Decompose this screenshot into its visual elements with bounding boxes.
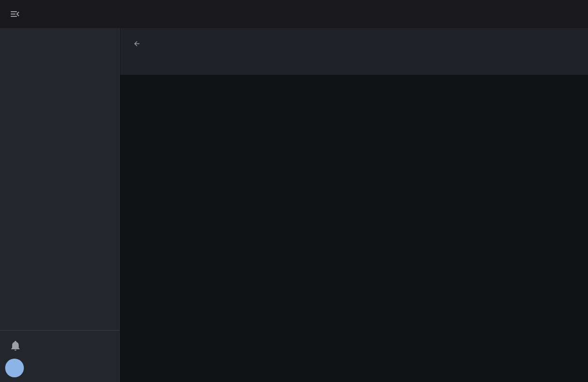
bell-icon <box>10 340 21 351</box>
avatar <box>5 359 24 377</box>
media-browser-header <box>120 28 588 75</box>
arrow-left-icon <box>133 40 141 48</box>
sidebar <box>0 28 120 382</box>
menu-open-icon <box>9 8 21 20</box>
sidebar-toggle-button[interactable] <box>4 3 26 25</box>
breadcrumb-back[interactable] <box>133 40 588 48</box>
sidebar-divider <box>0 330 119 331</box>
sidebar-item-notifications[interactable] <box>0 334 119 357</box>
sidebar-item-user[interactable] <box>0 357 119 379</box>
choose-player-button[interactable] <box>576 10 583 18</box>
media-grid-area <box>120 75 588 382</box>
top-app-bar <box>0 0 588 28</box>
